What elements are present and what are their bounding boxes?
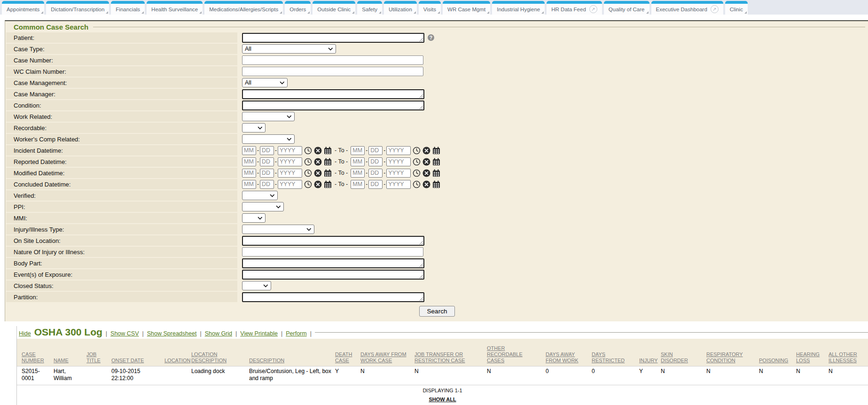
clear-icon[interactable] xyxy=(314,169,322,177)
tab-executive-dashboard[interactable]: Executive Dashboard↗ xyxy=(651,1,723,15)
show-grid-link[interactable]: Show Grid xyxy=(205,330,232,337)
event-s-of-exposure-input[interactable] xyxy=(242,270,424,280)
view-printable-link[interactable]: View Printable xyxy=(240,330,278,337)
calendar-icon[interactable] xyxy=(324,180,332,188)
clear-icon[interactable] xyxy=(422,147,430,155)
work-related-select[interactable] xyxy=(242,112,295,121)
injury-illness-type-select[interactable] xyxy=(242,225,314,234)
search-button[interactable]: Search xyxy=(419,306,455,317)
column-header-hearing-loss[interactable]: HEARING LOSS xyxy=(796,339,829,366)
tab-orders[interactable]: Orders xyxy=(285,1,311,15)
column-header-days-restricted[interactable]: DAYS RESTRICTED xyxy=(592,339,639,366)
case-number-input[interactable] xyxy=(242,55,423,65)
calendar-icon[interactable] xyxy=(432,158,440,166)
incident-datetime-from-day-input[interactable] xyxy=(260,146,274,155)
help-icon[interactable]: ? xyxy=(428,34,434,41)
reported-datetime-from-month-input[interactable] xyxy=(242,157,256,166)
closed-status-select[interactable] xyxy=(242,281,271,290)
tab-clinic[interactable]: Clinic xyxy=(725,1,748,15)
column-header-skin-disorder[interactable]: SKIN DISORDER xyxy=(661,339,706,366)
ppi-select[interactable] xyxy=(242,202,284,211)
column-header-poisoning[interactable]: POISONING xyxy=(759,339,796,366)
concluded-datetime-from-month-input[interactable] xyxy=(242,180,256,189)
mmi-select[interactable] xyxy=(242,213,266,223)
tab-hr-data-feed[interactable]: HR Data Feed↗ xyxy=(547,1,602,15)
calendar-icon[interactable] xyxy=(324,147,332,155)
column-header-name[interactable]: NAME xyxy=(54,339,86,366)
tab-medications-allergies-scripts[interactable]: Medications/Allergies/Scripts xyxy=(204,1,283,15)
tab-wr-case-mgmt[interactable]: WR Case Mgmt xyxy=(443,1,490,15)
calendar-icon[interactable] xyxy=(324,158,332,166)
tab-financials[interactable]: Financials xyxy=(111,1,145,15)
nature-of-injury-or-illness-input[interactable] xyxy=(242,247,423,257)
incident-datetime-to-month-input[interactable] xyxy=(351,146,365,155)
clear-icon[interactable] xyxy=(422,169,430,177)
column-header-location[interactable]: LOCATION xyxy=(164,339,191,366)
reported-datetime-to-month-input[interactable] xyxy=(351,157,365,166)
column-header-description[interactable]: DESCRIPTION xyxy=(249,339,335,366)
patient-input[interactable] xyxy=(242,33,424,43)
column-header-location-description[interactable]: LOCATION DESCRIPTION xyxy=(191,339,249,366)
tab-dictation-transcription[interactable]: Dictation/Transcription xyxy=(46,1,109,15)
case-management-select[interactable]: All xyxy=(242,78,288,87)
tab-health-surveillance[interactable]: Health Surveillance xyxy=(147,1,203,15)
column-header-job-transfer-or-restriction-case[interactable]: JOB TRANSFER OR RESTRICTION CASE xyxy=(414,339,487,366)
modified-datetime-from-day-input[interactable] xyxy=(260,169,274,178)
column-header-all-other-illnesses[interactable]: ALL OTHER ILLNESSES xyxy=(829,339,868,366)
column-header-job-title[interactable]: JOB TITLE xyxy=(86,339,111,366)
modified-datetime-from-month-input[interactable] xyxy=(242,169,256,178)
reported-datetime-from-year-input[interactable] xyxy=(278,157,302,166)
column-header-days-away-from-work[interactable]: DAYS AWAY FROM WORK xyxy=(546,339,592,366)
reported-datetime-to-year-input[interactable] xyxy=(386,157,411,166)
clock-icon[interactable] xyxy=(413,180,421,188)
tab-appointments[interactable]: Appointments xyxy=(2,1,44,15)
clear-icon[interactable] xyxy=(422,180,430,188)
column-header-respiratory-condition[interactable]: RESPIRATORY CONDITION xyxy=(706,339,759,366)
recordable-select[interactable] xyxy=(242,123,266,132)
condition-input[interactable] xyxy=(242,101,424,110)
calendar-icon[interactable] xyxy=(324,169,332,177)
body-part-input[interactable] xyxy=(242,258,424,268)
calendar-icon[interactable] xyxy=(432,169,440,177)
case-type-select[interactable]: All xyxy=(242,44,336,54)
tab-industrial-hygiene[interactable]: Industrial Hygiene xyxy=(492,1,545,15)
show-spreadsheet-link[interactable]: Show Spreadsheet xyxy=(147,330,197,337)
concluded-datetime-from-year-input[interactable] xyxy=(278,180,302,189)
tab-visits[interactable]: Visits xyxy=(419,1,441,15)
clear-icon[interactable] xyxy=(314,180,322,188)
tab-outside-clinic[interactable]: Outside Clinic xyxy=(313,1,355,15)
column-header-other-recordable-cases[interactable]: OTHER RECORDABLE CASES xyxy=(487,339,546,366)
clear-icon[interactable] xyxy=(314,147,322,155)
column-header-death-case[interactable]: DEATH CASE xyxy=(335,339,360,366)
show-all-link[interactable]: SHOW ALL xyxy=(429,397,456,402)
clear-icon[interactable] xyxy=(314,158,322,166)
reported-datetime-from-day-input[interactable] xyxy=(260,157,274,166)
perform-link[interactable]: Perform xyxy=(286,330,306,337)
column-header-days-away-from-work-case[interactable]: DAYS AWAY FROM WORK CASE xyxy=(360,339,414,366)
calendar-icon[interactable] xyxy=(432,180,440,188)
concluded-datetime-from-day-input[interactable] xyxy=(260,180,274,189)
column-header-onset-date[interactable]: ONSET DATE xyxy=(111,339,164,366)
show-csv-link[interactable]: Show CSV xyxy=(110,330,139,337)
column-header-case-number[interactable]: CASE NUMBER xyxy=(17,339,54,366)
tab-safety[interactable]: Safety xyxy=(357,1,382,15)
clock-icon[interactable] xyxy=(413,169,421,177)
modified-datetime-from-year-input[interactable] xyxy=(278,169,302,178)
modified-datetime-to-day-input[interactable] xyxy=(368,169,383,178)
tab-utilization[interactable]: Utilization xyxy=(384,1,417,15)
clock-icon[interactable] xyxy=(304,180,312,188)
modified-datetime-to-year-input[interactable] xyxy=(386,169,411,178)
column-header-injury[interactable]: INJURY xyxy=(639,339,661,366)
wc-claim-number-input[interactable] xyxy=(242,67,423,76)
case-manager-input[interactable] xyxy=(242,89,424,99)
worker-s-comp-related-select[interactable] xyxy=(242,134,295,144)
calendar-icon[interactable] xyxy=(432,147,440,155)
on-site-location-input[interactable] xyxy=(242,236,424,246)
clock-icon[interactable] xyxy=(413,158,421,166)
verified-select[interactable] xyxy=(242,191,278,200)
concluded-datetime-to-day-input[interactable] xyxy=(368,180,383,189)
hide-link[interactable]: Hide xyxy=(19,330,31,337)
tab-quality-of-care[interactable]: Quality of Care xyxy=(604,1,649,15)
clock-icon[interactable] xyxy=(413,147,421,155)
incident-datetime-to-year-input[interactable] xyxy=(386,146,411,155)
